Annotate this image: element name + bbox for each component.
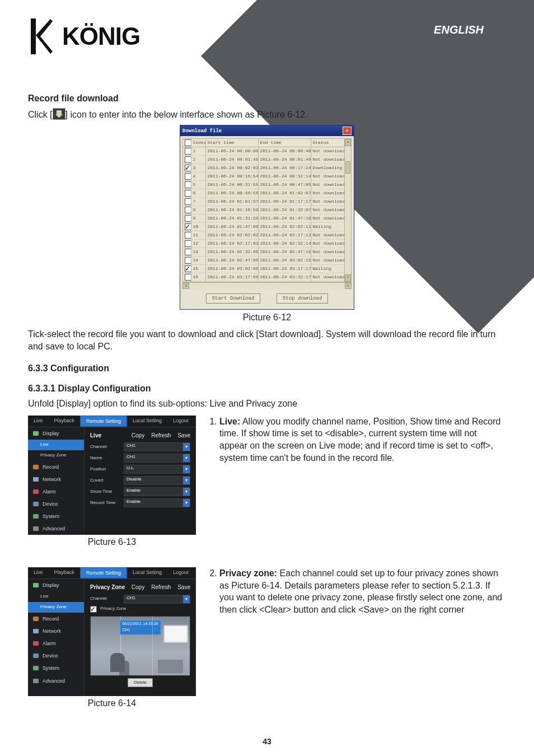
row-checkbox[interactable] — [185, 173, 191, 180]
table-row[interactable]: 102011-06-24 01:47:002011-06-24 02:02:11… — [183, 223, 351, 231]
row-checkbox[interactable] — [185, 198, 191, 205]
chevron-down-icon[interactable]: ▾ — [183, 465, 190, 473]
table-row[interactable]: 92011-06-24 01:31:592011-06-24 01:47:10N… — [183, 214, 351, 223]
svg-rect-9 — [33, 617, 39, 621]
horizontal-scrollbar[interactable]: ◂ ▸ — [182, 282, 352, 289]
scroll-right-icon[interactable]: ▸ — [345, 283, 352, 289]
sidebar-item-device[interactable]: Device — [28, 650, 84, 662]
table-row[interactable]: 112011-06-24 02:02:022011-06-24 02:17:12… — [183, 231, 351, 240]
table-row[interactable]: 152011-06-24 03:02:052011-06-24 03:17:17… — [183, 265, 351, 273]
position-select[interactable]: U-L▾ — [124, 465, 190, 474]
scroll-down-icon[interactable]: ▾ — [345, 274, 351, 282]
scroll-thumb[interactable] — [345, 161, 350, 174]
select-all-checkbox[interactable] — [185, 139, 191, 146]
row-checkbox[interactable] — [185, 240, 191, 247]
sidebar-sub-privacy-zone[interactable]: Privacy Zone — [28, 602, 84, 613]
stop-download-button[interactable]: Stop download — [277, 293, 328, 304]
privacy-preview[interactable]: 06/22/2011 14:15:36 CH1 — [90, 616, 190, 676]
table-row[interactable]: 132011-06-24 02:32:052011-06-24 02:47:15… — [183, 248, 351, 256]
chevron-down-icon[interactable]: ▾ — [183, 499, 190, 507]
refresh-button[interactable]: Refresh — [151, 432, 171, 440]
sidebar-item-system[interactable]: System — [28, 662, 84, 674]
sidebar-item-network[interactable]: Network — [28, 625, 84, 637]
sidebar-item-system[interactable]: System — [28, 510, 84, 522]
tab-local-setting[interactable]: Local Setting — [127, 567, 167, 578]
chevron-down-icon[interactable]: ▾ — [183, 488, 190, 496]
tab-remote-setting[interactable]: Remote Setting — [80, 416, 127, 427]
table-row[interactable]: 32011-06-24 00:02:032011-06-24 00:17:24D… — [183, 164, 351, 172]
row-checkbox[interactable] — [185, 181, 191, 188]
chevron-down-icon[interactable]: ▾ — [183, 443, 190, 451]
sidebar-icon — [32, 525, 39, 532]
copy-button[interactable]: Copy — [132, 584, 144, 591]
table-row[interactable]: 12011-06-24 00:00:002011-06-24 00:00:40N… — [183, 147, 351, 156]
chevron-down-icon[interactable]: ▾ — [183, 595, 190, 603]
field-label: Covert — [90, 478, 124, 484]
table-row[interactable]: 72011-06-24 01:01:572011-06-24 01:17:17N… — [183, 198, 351, 206]
row-checkbox[interactable] — [185, 190, 191, 197]
heading-6331: 6.3.3.1 Display Configuration — [28, 382, 506, 395]
sidebar-item-record[interactable]: Record — [28, 461, 84, 473]
after-dialog-paragraph: Tick-select the record file you want to … — [28, 328, 506, 352]
record-time-select[interactable]: Enable▾ — [124, 498, 190, 507]
chevron-down-icon[interactable]: ▾ — [183, 454, 190, 462]
row-checkbox[interactable] — [185, 257, 191, 264]
row-checkbox[interactable] — [185, 232, 191, 239]
sidebar-item-network[interactable]: Network — [28, 473, 84, 486]
tab-playback[interactable]: Playback — [49, 567, 81, 578]
save-button[interactable]: Save — [177, 432, 190, 440]
sidebar-sub-live[interactable]: Live — [28, 440, 84, 450]
sidebar-item-device[interactable]: Device — [28, 498, 84, 510]
scroll-left-icon[interactable]: ◂ — [182, 283, 189, 289]
table-row[interactable]: 42011-06-24 00:16:542011-06-24 00:32:14N… — [183, 172, 351, 181]
vertical-scrollbar[interactable]: ▴ ▾ — [344, 139, 351, 282]
tab-logout[interactable]: Logout — [167, 416, 194, 427]
privacy-zone-checkbox[interactable] — [90, 606, 97, 613]
name-select[interactable]: CH1▾ — [124, 454, 190, 463]
start-download-button[interactable]: Start Download — [206, 293, 261, 304]
covert-select[interactable]: Disable▾ — [124, 476, 190, 485]
list-item-label: Privacy zone: — [219, 568, 277, 578]
save-button[interactable]: Save — [177, 584, 190, 591]
sidebar-item-display[interactable]: Display — [28, 427, 84, 440]
table-row[interactable]: 142011-06-24 02:47:062011-06-24 03:02:15… — [183, 256, 351, 265]
sidebar-sub-live[interactable]: Live — [28, 591, 84, 602]
table-row[interactable]: 62011-06-24 00:46:562011-06-24 01:02:07N… — [183, 189, 351, 198]
row-checkbox[interactable] — [185, 148, 191, 155]
show-time-select[interactable]: Enable▾ — [124, 487, 190, 496]
table-row[interactable]: 162011-06-24 03:17:062011-06-24 03:32:17… — [183, 273, 351, 282]
sidebar-sub-privacy-zone[interactable]: Privacy Zone — [28, 450, 84, 461]
tab-local-setting[interactable]: Local Setting — [127, 416, 167, 427]
sidebar-item-advanced[interactable]: Advanced — [28, 675, 84, 687]
row-checkbox[interactable] — [185, 265, 191, 272]
row-checkbox[interactable] — [185, 165, 191, 171]
tab-live[interactable]: Live — [28, 416, 49, 427]
sidebar-item-advanced[interactable]: Advanced — [28, 522, 84, 535]
sidebar-item-record[interactable]: Record — [28, 613, 84, 625]
close-icon[interactable]: ✕ — [343, 127, 352, 135]
panel-title: Privacy Zone — [90, 584, 125, 591]
table-row[interactable]: 52011-06-24 00:31:552011-06-24 00:47:05N… — [183, 181, 351, 189]
copy-button[interactable]: Copy — [132, 432, 144, 440]
chevron-down-icon[interactable]: ▾ — [183, 477, 190, 484]
tab-remote-setting[interactable]: Remote Setting — [80, 567, 127, 578]
row-checkbox[interactable] — [185, 215, 191, 222]
channel-select[interactable]: CH1▾ — [124, 595, 190, 604]
table-row[interactable]: 22011-06-24 00:01:452011-06-24 00:01:49N… — [183, 156, 351, 164]
row-checkbox[interactable] — [185, 156, 191, 163]
table-row[interactable]: 122011-06-24 02:17:032011-06-24 02:32:14… — [183, 240, 351, 248]
sidebar-item-alarm[interactable]: Alarm — [28, 486, 84, 498]
delete-button[interactable]: Delete — [128, 678, 153, 688]
sidebar-item-alarm[interactable]: Alarm — [28, 637, 84, 650]
table-row[interactable]: 82011-06-24 01:16:592011-06-24 01:32:07N… — [183, 206, 351, 214]
row-checkbox[interactable] — [185, 274, 191, 281]
refresh-button[interactable]: Refresh — [151, 584, 171, 591]
sidebar-item-display[interactable]: Display — [28, 579, 84, 591]
row-checkbox[interactable] — [185, 207, 191, 213]
tab-logout[interactable]: Logout — [167, 567, 194, 578]
row-checkbox[interactable] — [185, 249, 191, 255]
tab-live[interactable]: Live — [28, 567, 49, 578]
row-checkbox[interactable] — [185, 223, 191, 230]
tab-playback[interactable]: Playback — [49, 416, 81, 427]
channel-select[interactable]: CH1▾ — [124, 442, 190, 451]
